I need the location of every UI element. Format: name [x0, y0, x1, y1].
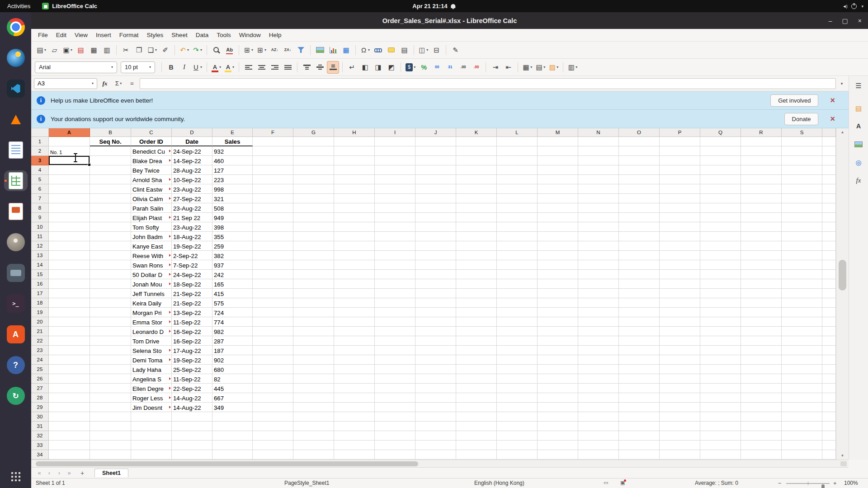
cell-B20[interactable] — [90, 317, 131, 327]
zoom-slider[interactable] — [786, 483, 830, 484]
cell-K33[interactable] — [456, 441, 497, 450]
cell-G24[interactable] — [293, 355, 334, 365]
cell-H24[interactable] — [334, 355, 375, 365]
cell-J26[interactable] — [415, 374, 456, 384]
cell-H28[interactable] — [334, 393, 375, 403]
cell-N27[interactable] — [578, 384, 619, 393]
cell-partial-3[interactable] — [822, 156, 836, 165]
aggregate-info[interactable]: Average: ; Sum: 0 — [695, 480, 738, 486]
delete-decimal-place-button[interactable]: .00 — [470, 61, 482, 74]
cell-B18[interactable] — [90, 298, 131, 308]
cell-G8[interactable] — [293, 203, 334, 213]
cell-D23[interactable]: 17-Aug-22 — [172, 346, 212, 355]
cell-Q15[interactable] — [700, 270, 741, 279]
cell-S3[interactable] — [782, 156, 822, 165]
cell-O29[interactable] — [619, 403, 660, 412]
cell-L7[interactable] — [497, 194, 538, 203]
cell-R17[interactable] — [741, 289, 782, 298]
cell-L5[interactable] — [497, 175, 538, 184]
clock[interactable]: Apr 21 21:14 — [412, 3, 455, 9]
cell-B5[interactable] — [90, 175, 131, 184]
row-header-30[interactable]: 30 — [31, 412, 49, 422]
cell-E12[interactable]: 259 — [212, 241, 253, 251]
cell-J13[interactable] — [415, 251, 456, 260]
cell-C16[interactable]: Jonah Mou — [131, 279, 172, 289]
cell-C30[interactable] — [131, 412, 172, 422]
column-header-N[interactable]: N — [578, 128, 619, 137]
sort-ascending-button[interactable]: AZ↓ — [269, 44, 281, 56]
cell-Q21[interactable] — [700, 327, 741, 336]
cell-P17[interactable] — [660, 289, 700, 298]
dock-vlc[interactable] — [4, 109, 28, 130]
conditional-formatting-button[interactable]: ▥▾ — [566, 61, 579, 74]
cell-N26[interactable] — [578, 374, 619, 384]
vertical-scroll-thumb[interactable] — [839, 260, 846, 291]
cell-J15[interactable] — [415, 270, 456, 279]
cell-K7[interactable] — [456, 194, 497, 203]
select-sum-button[interactable]: Σ ▾ — [113, 78, 124, 89]
cell-J23[interactable] — [415, 346, 456, 355]
cell-B33[interactable] — [90, 441, 131, 450]
cell-B4[interactable] — [90, 165, 131, 175]
activities-button[interactable]: Activities — [0, 0, 38, 12]
cell-F22[interactable] — [253, 336, 293, 346]
cell-M29[interactable] — [538, 403, 578, 412]
cell-I2[interactable] — [375, 146, 415, 156]
cell-I22[interactable] — [375, 336, 415, 346]
row-header-12[interactable]: 12 — [31, 241, 49, 251]
cell-N7[interactable] — [578, 194, 619, 203]
cell-Q5[interactable] — [700, 175, 741, 184]
cell-I26[interactable] — [375, 374, 415, 384]
cell-J16[interactable] — [415, 279, 456, 289]
cell-P23[interactable] — [660, 346, 700, 355]
cell-M13[interactable] — [538, 251, 578, 260]
cell-C4[interactable]: Bey Twice — [131, 165, 172, 175]
cell-A19[interactable] — [49, 308, 90, 317]
cell-E26[interactable]: 82 — [212, 374, 253, 384]
cell-I9[interactable] — [375, 213, 415, 222]
cell-K5[interactable] — [456, 175, 497, 184]
cell-D15[interactable]: 24-Sep-22 — [172, 270, 212, 279]
cell-M11[interactable] — [538, 232, 578, 241]
cell-K29[interactable] — [456, 403, 497, 412]
cell-L25[interactable] — [497, 365, 538, 374]
cell-M10[interactable] — [538, 222, 578, 232]
cell-E32[interactable] — [212, 431, 253, 441]
cell-J33[interactable] — [415, 441, 456, 450]
cell-I1[interactable] — [375, 137, 415, 146]
cell-S16[interactable] — [782, 279, 822, 289]
cell-E4[interactable]: 127 — [212, 165, 253, 175]
cell-D32[interactable] — [172, 431, 212, 441]
cell-D6[interactable]: 23-Aug-22 — [172, 184, 212, 194]
cell-H15[interactable] — [334, 270, 375, 279]
cell-S11[interactable] — [782, 232, 822, 241]
cell-F5[interactable] — [253, 175, 293, 184]
cell-P25[interactable] — [660, 365, 700, 374]
cell-F11[interactable] — [253, 232, 293, 241]
cell-C2[interactable]: Benedict Cu — [131, 146, 172, 156]
row-header-32[interactable]: 32 — [31, 431, 49, 441]
cell-R21[interactable] — [741, 327, 782, 336]
cell-L27[interactable] — [497, 384, 538, 393]
cell-F31[interactable] — [253, 422, 293, 431]
cell-G33[interactable] — [293, 441, 334, 450]
cell-O13[interactable] — [619, 251, 660, 260]
cell-J19[interactable] — [415, 308, 456, 317]
cell-Q29[interactable] — [700, 403, 741, 412]
cell-N8[interactable] — [578, 203, 619, 213]
cell-G7[interactable] — [293, 194, 334, 203]
format-as-percent-button[interactable]: % — [418, 61, 430, 74]
cell-A18[interactable] — [49, 298, 90, 308]
cell-M18[interactable] — [538, 298, 578, 308]
cell-S12[interactable] — [782, 241, 822, 251]
cell-L8[interactable] — [497, 203, 538, 213]
cell-S26[interactable] — [782, 374, 822, 384]
cell-P1[interactable] — [660, 137, 700, 146]
first-sheet-button[interactable]: « — [35, 469, 44, 476]
cell-M15[interactable] — [538, 270, 578, 279]
cell-I15[interactable] — [375, 270, 415, 279]
cell-R1[interactable] — [741, 137, 782, 146]
cell-E25[interactable]: 680 — [212, 365, 253, 374]
cell-M14[interactable] — [538, 260, 578, 270]
cell-partial-34[interactable] — [822, 450, 836, 460]
